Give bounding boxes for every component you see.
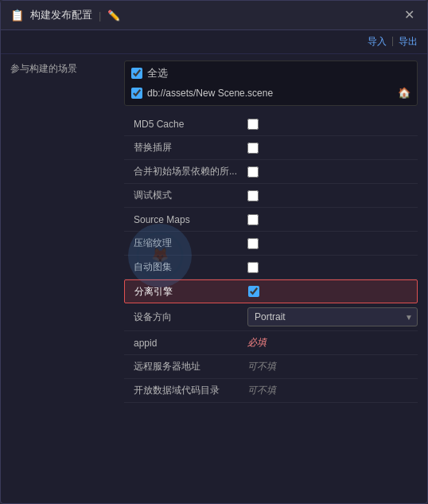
prop-label-appid: appid	[124, 338, 247, 349]
prop-splash-screen: 替换插屏	[124, 136, 418, 160]
prop-merge-scenes: 合并初始场景依赖的所...	[124, 160, 418, 184]
prop-label-source-maps: Source Maps	[124, 214, 247, 225]
prop-auto-atlas: 自动图集	[124, 256, 418, 279]
file-name-0: db://assets/New Scene.scene	[147, 88, 273, 99]
open-data-domain-placeholder: 可不填	[247, 384, 276, 397]
prop-device-orientation: 设备方向 Portrait Landscape ▼	[124, 303, 418, 331]
prop-label-separate-engine: 分离引擎	[125, 285, 248, 299]
title-icon: 📋	[10, 9, 24, 21]
prop-value-compress-texture	[247, 238, 418, 249]
select-all-label: 全选	[147, 66, 168, 80]
select-orientation[interactable]: Portrait Landscape	[247, 307, 418, 326]
prop-remote-server: 远程服务器地址 可不填	[124, 355, 418, 379]
prop-value-splash-screen	[247, 143, 418, 154]
prop-label-merge-scenes: 合并初始场景依赖的所...	[124, 165, 247, 178]
checkbox-compress-texture[interactable]	[247, 238, 259, 249]
prop-separate-engine: 分离引擎	[124, 279, 418, 303]
left-panel: 参与构建的场景	[1, 54, 124, 503]
prop-md5-cache: MD5 Cache	[124, 112, 418, 136]
prop-source-maps: Source Maps	[124, 208, 418, 232]
prop-label-splash-screen: 替换插屏	[124, 141, 247, 154]
export-button[interactable]: 导出	[399, 35, 418, 49]
checkbox-source-maps[interactable]	[247, 214, 259, 225]
prop-value-appid: 必填	[247, 336, 418, 350]
checkbox-separate-engine[interactable]	[248, 286, 259, 297]
prop-value-auto-atlas	[247, 262, 418, 273]
toolbar: 导入 | 导出	[1, 30, 427, 54]
prop-compress-texture: 压缩纹理	[124, 232, 418, 256]
prop-value-open-data-domain: 可不填	[247, 384, 418, 397]
prop-value-device-orientation: Portrait Landscape ▼	[247, 307, 418, 326]
right-panel: 全选 db://assets/New Scene.scene 🏠 🦊	[124, 54, 427, 503]
build-config-dialog: 📋 构建发布配置 | ✏️ ✕ 导入 | 导出 参与构建的场景 全选	[0, 0, 428, 504]
file-home-icon: 🏠	[398, 87, 410, 99]
prop-value-remote-server: 可不填	[247, 360, 418, 373]
prop-appid: appid 必填	[124, 331, 418, 355]
checkbox-splash-screen[interactable]	[247, 143, 259, 154]
file-row-left: db://assets/New Scene.scene	[131, 88, 273, 99]
prop-value-source-maps	[247, 214, 418, 225]
left-panel-label: 参与构建的场景	[10, 62, 116, 76]
dialog-content: 参与构建的场景 全选 db://assets/New Scene.scene 🏠	[1, 54, 427, 503]
dialog-title: 📋 构建发布配置 | ✏️	[10, 8, 120, 22]
prop-label-compress-texture: 压缩纹理	[124, 236, 247, 250]
prop-label-debug-mode: 调试模式	[124, 189, 247, 202]
select-all-checkbox[interactable]	[131, 68, 142, 79]
edit-icon: ✏️	[107, 10, 120, 21]
file-checkbox-0[interactable]	[131, 88, 142, 99]
prop-label-remote-server: 远程服务器地址	[124, 360, 247, 373]
checkbox-debug-mode[interactable]	[247, 190, 259, 201]
prop-debug-mode: 调试模式	[124, 184, 418, 208]
dialog-header: 📋 构建发布配置 | ✏️ ✕	[1, 1, 427, 30]
prop-label-auto-atlas: 自动图集	[124, 260, 247, 274]
properties-area: MD5 Cache 替换插屏 合并初始场景依赖的所...	[124, 112, 427, 503]
select-all-row: 全选	[131, 66, 410, 80]
dialog-title-text: 构建发布配置	[30, 8, 92, 22]
prop-label-open-data-domain: 开放数据域代码目录	[124, 384, 247, 397]
checkbox-auto-atlas[interactable]	[247, 262, 259, 273]
appid-placeholder: 必填	[247, 336, 267, 350]
prop-label-device-orientation: 设备方向	[124, 311, 247, 324]
checkbox-merge-scenes[interactable]	[247, 166, 259, 178]
prop-label-md5-cache: MD5 Cache	[124, 119, 247, 130]
prop-value-separate-engine	[248, 286, 417, 297]
prop-value-md5-cache	[247, 119, 418, 130]
file-row: db://assets/New Scene.scene 🏠	[131, 85, 410, 100]
prop-open-data-domain: 开放数据域代码目录 可不填	[124, 379, 418, 403]
toolbar-separator: |	[391, 35, 394, 49]
close-button[interactable]: ✕	[401, 7, 418, 23]
divider: |	[99, 10, 101, 21]
remote-server-placeholder: 可不填	[247, 360, 276, 373]
prop-value-merge-scenes	[247, 166, 418, 178]
select-wrapper-orientation: Portrait Landscape ▼	[247, 307, 418, 326]
checkbox-md5-cache[interactable]	[247, 119, 259, 130]
file-list-area: 全选 db://assets/New Scene.scene 🏠	[124, 61, 418, 106]
prop-value-debug-mode	[247, 190, 418, 201]
import-button[interactable]: 导入	[368, 35, 387, 49]
